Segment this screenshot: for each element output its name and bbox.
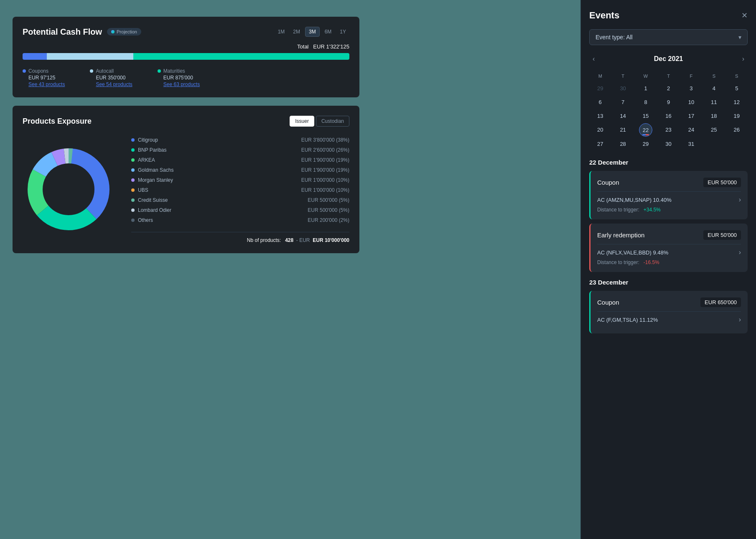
dot-others bbox=[131, 219, 135, 222]
cal-day-15[interactable]: 15 bbox=[635, 109, 657, 122]
event-card-redemption-22-header: Early redemption EUR 50'000 bbox=[597, 230, 741, 240]
issuer-row-credit-suisse: Credit Suisse EUR 500'000 (5%) bbox=[131, 195, 349, 205]
cal-day-6[interactable]: 6 bbox=[589, 96, 611, 109]
legend-coupons-label: Coupons bbox=[23, 68, 65, 74]
cash-flow-header: Potential Cash Flow Projection 1M 2M 3M … bbox=[23, 27, 349, 37]
value-lombard: EUR 500'000 (5%) bbox=[308, 207, 349, 213]
custodian-button[interactable]: Custodian bbox=[316, 116, 349, 127]
event-desc-text-coupon-22: AC (AMZN,MU,SNAP) 10.40% bbox=[597, 197, 672, 203]
cal-day-29[interactable]: 29 bbox=[635, 137, 657, 150]
event-description-redemption-22[interactable]: AC (NFLX,VALE,BBD) 9.48% › bbox=[597, 249, 741, 256]
cal-day-27[interactable]: 27 bbox=[589, 137, 611, 150]
cal-day-7[interactable]: 7 bbox=[612, 96, 634, 109]
dot-citigroup bbox=[131, 138, 135, 142]
cal-day-13[interactable]: 13 bbox=[589, 109, 611, 122]
cal-day-9[interactable]: 9 bbox=[657, 96, 679, 109]
dot-bnp bbox=[131, 148, 135, 152]
event-description-coupon-22[interactable]: AC (AMZN,MU,SNAP) 10.40% › bbox=[597, 196, 741, 203]
legend-dot-coupons bbox=[23, 69, 26, 73]
issuer-row-morgan: Morgan Stanley EUR 1'000'000 (10%) bbox=[131, 175, 349, 185]
cal-day-22[interactable]: 22 bbox=[639, 123, 652, 137]
legend-maturities-text: Maturities bbox=[163, 68, 185, 74]
value-credit-suisse: EUR 500'000 (5%) bbox=[308, 197, 349, 203]
legend-coupons-amount: EUR 97'125 bbox=[23, 75, 65, 81]
calendar: ‹ Dec 2021 › M T W T F S S 29 30 1 2 3 4… bbox=[589, 53, 748, 150]
event-description-coupon-23[interactable]: AC (F,GM,TSLA) 11.12% › bbox=[597, 316, 741, 323]
issuer-row-goldman: Goldman Sachs EUR 1'900'000 (19%) bbox=[131, 165, 349, 175]
cal-day-nov30[interactable]: 30 bbox=[612, 82, 634, 95]
name-morgan: Morgan Stanley bbox=[138, 177, 173, 183]
donut-chart bbox=[23, 143, 115, 235]
legend-coupons: Coupons EUR 97'125 See 43 products bbox=[23, 68, 65, 87]
cal-day-2[interactable]: 2 bbox=[657, 82, 679, 95]
value-arkea: EUR 1'900'000 (19%) bbox=[301, 157, 349, 163]
see-maturities-link[interactable]: See 63 products bbox=[158, 81, 200, 87]
day-section-23-december: 23 December bbox=[589, 279, 748, 286]
time-btn-2m[interactable]: 2M bbox=[290, 27, 303, 37]
issuer-row-arkea: ARKEA EUR 1'900'000 (19%) bbox=[131, 155, 349, 165]
cal-header-s1: S bbox=[703, 71, 725, 81]
events-title: Events bbox=[589, 10, 619, 21]
event-type-dropdown[interactable]: Event type: All ▾ bbox=[589, 29, 748, 45]
name-lombard: Lombard Odier bbox=[138, 207, 171, 213]
legend-autocall: Autocall EUR 350'000 See 54 products bbox=[90, 68, 132, 87]
cal-day-24[interactable]: 24 bbox=[680, 123, 702, 137]
cash-flow-card: Potential Cash Flow Projection 1M 2M 3M … bbox=[13, 17, 359, 97]
cal-day-30[interactable]: 30 bbox=[657, 137, 679, 150]
value-bnp: EUR 2'600'000 (26%) bbox=[301, 147, 349, 153]
calendar-header: ‹ Dec 2021 › bbox=[589, 53, 748, 64]
chevron-right-icon-coupon-22: › bbox=[739, 196, 741, 203]
time-btn-6m[interactable]: 6M bbox=[321, 27, 335, 37]
cal-day-4[interactable]: 4 bbox=[703, 82, 725, 95]
cal-day-25[interactable]: 25 bbox=[703, 123, 725, 137]
cal-day-14[interactable]: 14 bbox=[612, 109, 634, 122]
cal-day-8[interactable]: 8 bbox=[635, 96, 657, 109]
progress-coupons bbox=[23, 53, 47, 60]
cal-day-3[interactable]: 3 bbox=[680, 82, 702, 95]
issuer-button[interactable]: Issuer bbox=[290, 116, 314, 127]
see-autocall-link[interactable]: See 54 products bbox=[90, 81, 132, 87]
cal-day-23[interactable]: 23 bbox=[657, 123, 679, 137]
cal-day-26[interactable]: 26 bbox=[726, 123, 748, 137]
event-type-redemption-22: Early redemption bbox=[597, 231, 644, 239]
trigger-label-coupon-22: Distance to trigger: bbox=[597, 207, 639, 213]
cal-day-17[interactable]: 17 bbox=[680, 109, 702, 122]
cal-day-11[interactable]: 11 bbox=[703, 96, 725, 109]
cal-day-16[interactable]: 16 bbox=[657, 109, 679, 122]
dot-morgan bbox=[131, 178, 135, 182]
cal-day-19[interactable]: 19 bbox=[726, 109, 748, 122]
exposure-buttons: Issuer Custodian bbox=[290, 116, 349, 127]
close-button[interactable]: ✕ bbox=[741, 12, 748, 19]
cal-day-28[interactable]: 28 bbox=[612, 137, 634, 150]
legend-maturities: Maturities EUR 875'000 See 63 products bbox=[158, 68, 200, 87]
cal-header-s2: S bbox=[726, 71, 748, 81]
event-trigger-coupon-22: Distance to trigger: +34.5% bbox=[597, 207, 741, 213]
products-header: Products Exposure Issuer Custodian bbox=[23, 116, 349, 127]
legend-coupons-text: Coupons bbox=[28, 68, 48, 74]
event-card-redemption-22: Early redemption EUR 50'000 AC (NFLX,VAL… bbox=[589, 224, 748, 272]
progress-maturities bbox=[133, 53, 349, 60]
time-btn-3m[interactable]: 3M bbox=[305, 27, 320, 37]
cal-day-21[interactable]: 21 bbox=[612, 123, 634, 137]
cal-day-18[interactable]: 18 bbox=[703, 109, 725, 122]
cal-day-nov29[interactable]: 29 bbox=[589, 82, 611, 95]
cal-day-20[interactable]: 20 bbox=[589, 123, 611, 137]
cal-day-5[interactable]: 5 bbox=[726, 82, 748, 95]
trigger-value-redemption-22: -16.5% bbox=[644, 259, 659, 265]
cal-day-1[interactable]: 1 bbox=[635, 82, 657, 95]
event-divider-2 bbox=[597, 244, 741, 244]
calendar-next-button[interactable]: › bbox=[739, 53, 748, 64]
time-btn-1m[interactable]: 1M bbox=[275, 27, 288, 37]
calendar-prev-button[interactable]: ‹ bbox=[589, 53, 598, 64]
cal-header-w: W bbox=[635, 71, 657, 81]
cal-day-31[interactable]: 31 bbox=[680, 137, 702, 150]
trigger-value-coupon-22: +34.5% bbox=[644, 207, 661, 213]
cal-day-10[interactable]: 10 bbox=[680, 96, 702, 109]
calendar-month-year: Dec 2021 bbox=[654, 55, 683, 63]
see-coupons-link[interactable]: See 43 products bbox=[23, 81, 65, 87]
footer-value: EUR 10'000'000 bbox=[313, 237, 349, 243]
cal-day-12[interactable]: 12 bbox=[726, 96, 748, 109]
exposure-footer: Nb of products: 428 - EUR EUR 10'000'000 bbox=[131, 232, 349, 243]
products-exposure-card: Products Exposure Issuer Custodian bbox=[13, 106, 359, 253]
time-btn-1y[interactable]: 1Y bbox=[336, 27, 349, 37]
